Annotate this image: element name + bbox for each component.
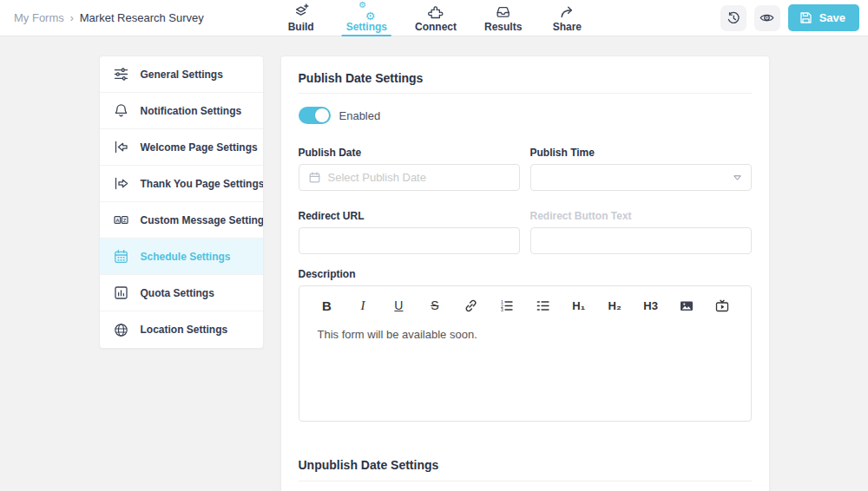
- tab-results[interactable]: Results: [482, 0, 524, 36]
- publish-time-field: Publish Time: [530, 147, 752, 191]
- topbar: My Forms › Market Research Survey Build …: [0, 0, 868, 36]
- sidebar-item-custom-message-settings[interactable]: A Z Custom Message Settings: [100, 202, 263, 239]
- sidebar-item-thank-you-page-settings[interactable]: Thank You Page Settings: [100, 166, 263, 202]
- sidebar-item-label: Thank You Page Settings: [141, 178, 264, 190]
- tab-share[interactable]: Share: [547, 0, 587, 36]
- preview-button[interactable]: [754, 5, 780, 31]
- heading-1-icon[interactable]: H₁: [570, 297, 588, 314]
- image-icon[interactable]: [678, 297, 695, 314]
- publish-enabled-label: Enabled: [339, 109, 381, 122]
- sidebar-item-quota-settings[interactable]: Quota Settings: [100, 275, 263, 311]
- topbar-actions: Save: [720, 4, 859, 31]
- underline-icon[interactable]: U: [390, 297, 407, 314]
- divider: [299, 93, 752, 94]
- svg-text:Z: Z: [122, 218, 126, 223]
- a-z-boxes-icon: A Z: [113, 212, 129, 228]
- publish-date-input[interactable]: [328, 165, 510, 190]
- breadcrumb-my-forms[interactable]: My Forms: [14, 11, 64, 24]
- breadcrumb-separator: ›: [70, 12, 74, 24]
- tab-build[interactable]: Build: [281, 0, 321, 36]
- redirect-button-text-field: Redirect Button Text: [530, 210, 752, 254]
- settings-sidebar: General Settings Notification Settings W…: [99, 56, 264, 349]
- tab-share-label: Share: [553, 21, 582, 33]
- bold-icon[interactable]: B: [319, 297, 336, 314]
- tab-connect-label: Connect: [415, 21, 457, 33]
- svg-text:3: 3: [501, 307, 503, 312]
- bell-icon: [113, 102, 129, 119]
- history-button[interactable]: [720, 5, 746, 31]
- content-area: General Settings Notification Settings W…: [0, 36, 868, 491]
- share-icon: [558, 3, 575, 20]
- floppy-disk-icon: [799, 11, 812, 24]
- heading-3-icon[interactable]: H3: [642, 297, 660, 314]
- publish-date-input-wrap: [299, 164, 520, 191]
- ordered-list-icon[interactable]: 1 2 3: [498, 297, 516, 314]
- sidebar-item-schedule-settings[interactable]: Schedule Settings: [100, 239, 263, 275]
- sidebar-item-welcome-page-settings[interactable]: Welcome Page Settings: [100, 129, 263, 166]
- description-label: Description: [299, 268, 752, 280]
- sidebar-item-label: Notification Settings: [141, 105, 242, 117]
- breadcrumb: My Forms › Market Research Survey: [14, 11, 204, 24]
- chart-box-icon: [113, 285, 129, 301]
- description-content[interactable]: This form will be available soon.: [299, 318, 751, 351]
- sidebar-item-label: Quota Settings: [141, 287, 214, 299]
- sidebar-item-label: Location Settings: [141, 324, 228, 336]
- globe-icon: [113, 322, 129, 338]
- redirect-button-text-label: Redirect Button Text: [530, 210, 752, 222]
- description-editor: B I U S 1 2 3: [299, 285, 752, 422]
- publish-date-label: Publish Date: [299, 147, 520, 159]
- save-button-label: Save: [819, 11, 845, 24]
- tab-connect[interactable]: Connect: [412, 0, 459, 36]
- sidebar-item-label: Schedule Settings: [141, 251, 231, 263]
- divider: [299, 481, 752, 481]
- editor-toolbar: B I U S 1 2 3: [299, 286, 751, 318]
- link-icon[interactable]: [462, 297, 479, 314]
- save-button[interactable]: Save: [788, 4, 859, 31]
- publish-section-title: Publish Date Settings: [299, 71, 752, 85]
- unordered-list-icon[interactable]: [534, 297, 551, 314]
- strikethrough-icon[interactable]: S: [426, 297, 444, 314]
- arrow-left-bar-icon: [113, 139, 129, 155]
- breadcrumb-current-form: Market Research Survey: [80, 11, 204, 24]
- video-icon[interactable]: [713, 297, 731, 314]
- connect-icon: [427, 3, 444, 20]
- build-icon: [293, 3, 310, 20]
- main-tabs: Build ⚙⚙ Settings Connect Results: [281, 0, 588, 36]
- publish-date-field: Publish Date: [299, 147, 520, 191]
- sidebar-item-label: Welcome Page Settings: [141, 141, 258, 154]
- tab-build-label: Build: [288, 21, 314, 33]
- sidebar-item-general-settings[interactable]: General Settings: [100, 56, 263, 93]
- svg-text:A: A: [115, 218, 120, 223]
- unpublish-section: Unpublish Date Settings: [299, 458, 752, 491]
- redirect-url-label: Redirect URL: [299, 210, 520, 222]
- date-time-row: Publish Date Publish Time: [299, 147, 752, 191]
- tab-results-label: Results: [484, 21, 522, 33]
- tab-settings[interactable]: ⚙⚙ Settings: [344, 0, 390, 36]
- unpublish-section-title: Unpublish Date Settings: [299, 458, 752, 472]
- redirect-url-input[interactable]: [299, 227, 520, 254]
- schedule-settings-panel: Publish Date Settings Enabled Publish Da…: [280, 56, 770, 491]
- sidebar-item-notification-settings[interactable]: Notification Settings: [100, 93, 263, 129]
- settings-icon: ⚙⚙: [358, 3, 375, 20]
- results-icon: [495, 3, 512, 20]
- calendar-icon: [113, 248, 129, 265]
- publish-enabled-toggle[interactable]: [299, 107, 331, 124]
- eye-icon: [759, 10, 775, 26]
- heading-2-icon[interactable]: H₂: [606, 297, 623, 314]
- tab-settings-label: Settings: [346, 21, 387, 33]
- history-icon: [726, 10, 741, 26]
- sliders-icon: [113, 66, 129, 82]
- publish-time-label: Publish Time: [530, 147, 752, 159]
- italic-icon[interactable]: I: [354, 297, 372, 314]
- publish-time-select[interactable]: [530, 164, 752, 191]
- sidebar-item-label: General Settings: [141, 69, 223, 81]
- redirect-url-field: Redirect URL: [299, 210, 520, 254]
- redirect-button-text-input[interactable]: [530, 227, 752, 254]
- publish-enabled-row: Enabled: [299, 107, 752, 124]
- sidebar-item-location-settings[interactable]: Location Settings: [100, 311, 263, 348]
- calendar-icon: [308, 171, 321, 184]
- redirect-row: Redirect URL Redirect Button Text: [299, 210, 752, 254]
- chevron-down-icon: [733, 175, 741, 180]
- sidebar-item-label: Custom Message Settings: [141, 214, 264, 226]
- toggle-knob: [315, 108, 329, 122]
